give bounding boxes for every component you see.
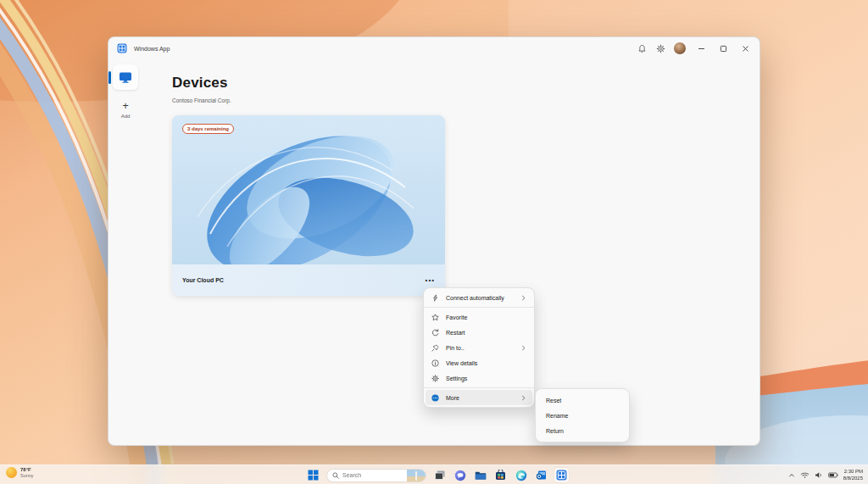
cloud-pc-thumbnail <box>172 115 445 264</box>
outlook-icon <box>536 470 547 481</box>
device-name: Your Cloud PC <box>182 277 426 283</box>
edge-icon <box>515 470 527 481</box>
menu-item-connect-automatically[interactable]: Connect automatically <box>426 290 532 305</box>
gear-icon <box>431 374 440 382</box>
weather-widget[interactable]: 78°F Sunny <box>6 467 34 478</box>
weather-condition: Sunny <box>20 473 34 478</box>
chevron-right-icon <box>520 395 526 401</box>
restart-icon <box>431 328 440 337</box>
close-icon <box>742 45 749 53</box>
taskbar-app-chat[interactable] <box>453 468 467 482</box>
weather-temperature: 78°F <box>20 467 34 472</box>
wifi-icon[interactable] <box>800 471 810 479</box>
selected-item-accent <box>108 71 111 84</box>
menu-item-view-details[interactable]: View details <box>426 355 532 370</box>
search-placeholder: Search <box>342 472 407 478</box>
sidebar-item-devices[interactable] <box>113 64 138 90</box>
taskbar-app-outlook[interactable] <box>534 468 548 482</box>
sun-icon <box>6 467 17 478</box>
tray-date: 8/8/2025 <box>843 476 863 482</box>
titlebar: Windows App <box>108 37 760 59</box>
card-footer: Your Cloud PC ••• <box>172 264 445 296</box>
taskbar: 78°F Sunny Search <box>0 465 868 484</box>
cloud-pc-card[interactable]: 3 days remaining Your Cloud PC ••• <box>172 115 445 296</box>
flash-plug-icon <box>431 293 440 302</box>
windows-app-icon <box>117 43 127 53</box>
info-icon <box>431 359 440 367</box>
pin-icon <box>431 343 440 352</box>
chat-icon <box>454 470 466 481</box>
chevron-right-icon <box>520 295 526 301</box>
file-explorer-icon <box>475 470 487 481</box>
chevron-right-icon <box>520 345 526 351</box>
page-subtitle: Contoso Financial Corp. <box>172 97 231 103</box>
page-title: Devices <box>172 75 228 92</box>
maximize-icon <box>720 45 727 53</box>
menu-item-settings[interactable]: Settings <box>426 370 532 386</box>
monitor-icon <box>119 71 132 84</box>
notifications-button[interactable] <box>632 39 651 58</box>
more-submenu: Reset Rename Return <box>535 388 630 442</box>
account-avatar[interactable] <box>674 42 686 54</box>
start-button[interactable] <box>306 468 320 482</box>
windows-app-taskbar-icon <box>556 470 567 481</box>
submenu-item-rename[interactable]: Rename <box>537 408 627 423</box>
desktop: Windows App <box>0 0 868 484</box>
search-daily-image <box>407 469 426 482</box>
tray-time: 2:30 PM <box>843 469 863 476</box>
more-options-button[interactable]: ••• <box>426 276 435 284</box>
plus-icon: + <box>108 100 142 111</box>
menu-divider <box>424 387 534 388</box>
taskbar-app-task-view[interactable] <box>432 468 447 482</box>
menu-item-favorite[interactable]: Favorite <box>426 309 532 325</box>
menu-item-pin-to[interactable]: Pin to.. <box>426 340 532 355</box>
taskbar-app-microsoft-store[interactable] <box>493 468 508 482</box>
maximize-button[interactable] <box>712 38 734 58</box>
star-icon <box>431 313 440 321</box>
days-remaining-badge: 3 days remaining <box>182 124 234 134</box>
microsoft-store-icon <box>495 470 506 481</box>
close-button[interactable] <box>734 38 756 58</box>
sidebar: + Add <box>108 59 142 445</box>
task-view-icon <box>434 470 446 481</box>
taskbar-app-windows-app[interactable] <box>554 468 569 482</box>
taskbar-search-input[interactable]: Search <box>326 469 426 482</box>
window-title: Windows App <box>134 46 632 52</box>
taskbar-app-edge[interactable] <box>514 468 528 482</box>
chevron-up-icon[interactable] <box>788 472 795 479</box>
more-circle-icon <box>431 393 440 402</box>
taskbar-clock[interactable]: 2:30 PM 8/8/2025 <box>843 469 863 482</box>
minimize-icon <box>698 45 705 53</box>
gear-icon <box>656 44 665 53</box>
volume-icon[interactable] <box>815 471 823 479</box>
taskbar-app-file-explorer[interactable] <box>473 468 487 482</box>
menu-item-more[interactable]: More <box>426 390 532 405</box>
device-context-menu: Connect automatically Favorite Restart <box>423 287 535 408</box>
battery-icon[interactable] <box>828 471 838 479</box>
submenu-item-return[interactable]: Return <box>537 423 627 438</box>
settings-button[interactable] <box>651 39 670 58</box>
taskbar-center: Search <box>306 465 569 484</box>
menu-divider <box>424 307 534 308</box>
bell-icon <box>637 44 647 53</box>
windows-app-window: Windows App <box>108 36 760 446</box>
sidebar-add-button[interactable]: + Add <box>108 100 142 119</box>
system-tray: 2:30 PM 8/8/2025 <box>788 465 863 484</box>
search-icon <box>332 472 339 479</box>
minimize-button[interactable] <box>690 38 712 58</box>
submenu-item-reset[interactable]: Reset <box>537 392 627 408</box>
menu-item-restart[interactable]: Restart <box>426 325 532 340</box>
windows-start-icon <box>308 470 319 481</box>
add-label: Add <box>108 114 142 119</box>
